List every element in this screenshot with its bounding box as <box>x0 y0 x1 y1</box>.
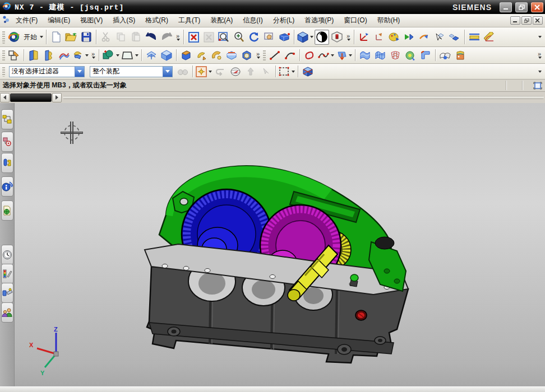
deviation-button[interactable] <box>417 30 432 45</box>
selection-filter-arrow[interactable] <box>75 67 84 77</box>
shaded-edges-style-button[interactable] <box>315 30 329 45</box>
wireframe-style-button[interactable] <box>330 30 344 45</box>
menu-item-assemblies[interactable]: 装配(A) <box>206 14 237 27</box>
perspective-button[interactable] <box>277 30 292 45</box>
section-surface-button[interactable] <box>41 49 56 62</box>
trim-body-button[interactable] <box>224 49 239 62</box>
snap-cube-button[interactable] <box>301 65 315 78</box>
oil-drain-plug[interactable] <box>355 310 367 320</box>
snap-point-button[interactable] <box>195 65 213 78</box>
studio-spline-button[interactable] <box>317 49 335 62</box>
materials-button[interactable] <box>1 264 13 284</box>
selection-scope-dropdown[interactable]: 整个装配 <box>90 66 173 77</box>
flange-button[interactable] <box>453 49 468 62</box>
datum-axis-button[interactable] <box>159 49 174 62</box>
sweep-button[interactable] <box>209 49 224 62</box>
selection-scope-arrow[interactable] <box>163 67 172 77</box>
part-navigator-button[interactable] <box>1 153 13 173</box>
menu-item-format[interactable]: 格式(R) <box>141 14 173 27</box>
new-file-button[interactable] <box>49 30 63 45</box>
menu-item-window[interactable]: 窗口(O) <box>339 14 371 27</box>
history-button[interactable] <box>1 200 13 221</box>
zoom-in-out-button[interactable] <box>232 30 246 45</box>
menu-item-information[interactable]: 信息(I) <box>238 14 267 27</box>
datum-csys-button[interactable] <box>357 30 371 45</box>
role-palette-button[interactable] <box>387 30 401 45</box>
breather-knob[interactable] <box>350 274 358 287</box>
menu-item-preferences[interactable]: 首选项(P) <box>300 14 338 27</box>
close-button[interactable] <box>531 2 543 12</box>
selection-options-arrow[interactable] <box>536 71 543 73</box>
surface-overflow-chevron[interactable]: » <box>536 52 543 59</box>
extrude-sheet-button[interactable] <box>26 49 41 62</box>
menu-item-view[interactable]: 视图(V) <box>76 14 107 27</box>
zoom-box-button[interactable] <box>216 30 231 45</box>
extrude-button[interactable] <box>179 49 193 62</box>
redo-button[interactable] <box>159 30 174 45</box>
fit-view-button[interactable] <box>186 30 201 45</box>
graphics-viewport[interactable]: Z X Y <box>15 103 545 392</box>
swept-button[interactable] <box>388 49 403 62</box>
toolbar-grip[interactable] <box>2 49 5 60</box>
open-file-button[interactable] <box>64 30 78 45</box>
toolbar-grip[interactable] <box>263 49 266 60</box>
curve-roll-button[interactable] <box>72 49 89 62</box>
gearbox-model[interactable] <box>15 103 545 392</box>
menu-item-edit[interactable]: 编辑(E) <box>43 14 75 27</box>
constraint-navigator-button[interactable] <box>1 132 13 152</box>
pan-view-button[interactable] <box>262 30 276 45</box>
menu-item-help[interactable]: 帮助(H) <box>373 14 405 27</box>
restore-button[interactable] <box>515 2 528 12</box>
bounded-plane-button[interactable] <box>57 49 71 62</box>
selection-filter-dropdown[interactable]: 没有选择过滤器 <box>9 66 85 77</box>
mdi-close-button[interactable] <box>533 16 543 25</box>
constraints-button[interactable] <box>372 30 386 45</box>
mdi-minimize-button[interactable] <box>510 16 520 25</box>
marquee-select-button[interactable] <box>278 65 295 78</box>
undo-button[interactable] <box>144 30 159 45</box>
scroll-right-button[interactable] <box>52 93 62 102</box>
datum-csys-blue-button[interactable] <box>144 49 159 62</box>
save-button[interactable] <box>79 30 94 45</box>
revolve-button[interactable] <box>194 49 209 62</box>
sketch-in-task-button[interactable] <box>101 49 120 62</box>
menu-item-analysis[interactable]: 分析(L) <box>269 14 299 27</box>
navigate-compass-button[interactable] <box>228 65 243 78</box>
rotate-view-button[interactable] <box>247 30 261 45</box>
isometric-view-button[interactable] <box>297 30 314 45</box>
studio-surface-button[interactable] <box>358 49 372 62</box>
toolbar-options-arrow[interactable] <box>536 36 543 38</box>
measure-angle-button[interactable] <box>482 30 497 45</box>
toolbar-overflow-chevron[interactable]: » <box>174 34 181 41</box>
palette-clock-button[interactable] <box>1 245 13 265</box>
arc-button[interactable] <box>283 49 297 62</box>
status-fit-icon[interactable] <box>530 81 545 91</box>
n-sided-surface-button[interactable] <box>403 49 418 62</box>
internet-browser-button[interactable] <box>1 176 13 197</box>
minimize-button[interactable] <box>500 2 512 12</box>
face-blend-button[interactable] <box>418 49 433 62</box>
menu-item-file[interactable]: 文件(F) <box>11 14 42 27</box>
measure-distance-button[interactable] <box>467 30 482 45</box>
menu-item-tools[interactable]: 工具(T) <box>174 14 205 27</box>
start-menu-button[interactable]: 开始 <box>22 30 44 45</box>
view-overflow-chevron[interactable]: » <box>345 34 352 41</box>
datum-plane-button[interactable] <box>121 49 139 62</box>
assembly-navigator-button[interactable] <box>1 109 13 129</box>
shell-button[interactable] <box>239 49 254 62</box>
visualization-scene-button[interactable] <box>1 283 13 303</box>
quick-pick-button[interactable] <box>447 30 462 45</box>
sketch-button[interactable] <box>7 49 21 62</box>
scroll-track[interactable] <box>63 96 544 99</box>
sew-button[interactable] <box>438 49 452 62</box>
select-tool-button[interactable] <box>432 30 447 45</box>
roles-button[interactable] <box>1 302 13 323</box>
point-set-button[interactable] <box>335 49 353 62</box>
toolbar-grip[interactable] <box>2 66 5 77</box>
scroll-thumb[interactable] <box>10 94 52 102</box>
through-curves-button[interactable] <box>373 49 387 62</box>
feature-overflow-chevron[interactable]: » <box>255 52 261 59</box>
mdi-restore-button[interactable] <box>521 16 532 25</box>
toolbar-grip[interactable] <box>2 30 5 44</box>
line-button[interactable] <box>267 49 282 62</box>
